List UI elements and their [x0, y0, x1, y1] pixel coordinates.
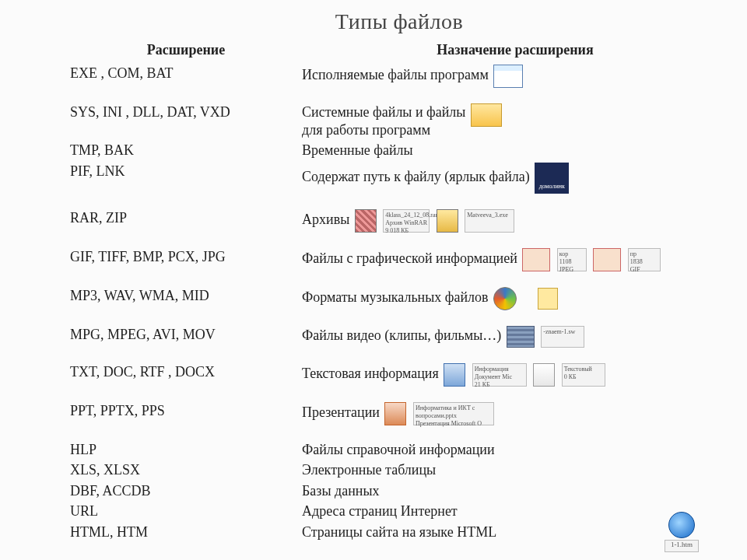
table-row: TMP, BAK Временные файлы [70, 140, 728, 161]
cell-ext: MPG, MPEG, AVI, MOV [70, 324, 302, 362]
powerpoint-icon [384, 402, 406, 425]
cell-ext: EXE , COM, BAT [70, 63, 302, 102]
system-folder-icon [471, 103, 502, 127]
cell-desc: Временные файлы [302, 140, 728, 161]
rar-icon [355, 209, 377, 233]
table-row: HLP Файлы справочной информации [70, 439, 728, 460]
desc-text: Файлы видео (клипы, фильмы…) [302, 327, 501, 343]
desc-text: Исполняемые файлы программ [302, 67, 489, 82]
cell-desc: Текстовая информация Информация Документ… [302, 362, 728, 401]
desc-text: Файлы с графической информацией [302, 250, 517, 266]
desc-text: Системные файлы и файлы для работы прогр… [302, 103, 465, 138]
powerpoint-label: Информатика и ИКТ с вопросами.pptx Презе… [413, 402, 494, 425]
cell-desc: Исполняемые файлы программ [302, 63, 728, 102]
html-file-thumb: 1-1.htm [663, 512, 700, 552]
cell-ext: URL [70, 501, 302, 522]
cell-desc: Электронные таблицы [302, 460, 728, 481]
desc-text: Содержат путь к файлу (ярлык файла) [302, 169, 530, 184]
desc-text: Презентации [302, 404, 380, 420]
table-row: HTML, HTM Страницы сайта на языке HTML [70, 522, 728, 543]
cell-desc: Файлы справочной информации [302, 439, 728, 460]
table-row: PIF, LNK Содержат путь к файлу (ярлык фа… [70, 161, 728, 208]
table-row: MP3, WAV, WMA, MID Форматы музыкальных ф… [70, 285, 728, 324]
table-row: RAR, ZIP Архивы 4klass_24_12_08.rar Архи… [70, 208, 728, 247]
cell-desc: Базы данных [302, 481, 728, 502]
table-row: TXT, DOC, RTF , DOCX Текстовая информаци… [70, 362, 728, 401]
cell-desc: Файлы видео (клипы, фильмы…) -znaem-1.sw [302, 324, 728, 362]
table-row: GIF, TIFF, BMP, PCX, JPG Файлы с графиче… [70, 247, 728, 285]
audio-file-icon [538, 288, 558, 310]
cell-desc: Архивы 4klass_24_12_08.rar Архив WinRAR … [302, 208, 728, 247]
cell-ext: TMP, BAK [70, 140, 302, 161]
word-doc-icon [444, 363, 465, 387]
rar-label: 4klass_24_12_08.rar Архив WinRAR 9 018 К… [383, 209, 430, 233]
image-file-icon [593, 248, 621, 271]
cell-ext: HLP [70, 439, 302, 460]
col-header-extension: Расширение [70, 40, 302, 63]
cell-desc: Файлы с графической информацией кор 1108… [302, 247, 728, 285]
table-row: EXE , COM, BAT Исполняемые файлы програм… [70, 63, 728, 102]
col-header-description: Назначение расширения [302, 40, 728, 63]
zip-icon [437, 209, 458, 233]
zip-label: Matveeva_3.exe [465, 209, 514, 233]
table-row: MPG, MPEG, AVI, MOV Файлы видео (клипы, … [70, 324, 728, 362]
image-file-label: кор 1108 JPEG [557, 248, 587, 271]
cell-ext: XLS, XLSX [70, 460, 302, 481]
desc-text: Текстовая информация [302, 366, 439, 381]
cell-ext: GIF, TIFF, BMP, PCX, JPG [70, 247, 302, 285]
desc-text: Форматы музыкальных файлов [302, 289, 489, 305]
text-file-icon [533, 363, 555, 387]
file-types-table: Расширение Назначение расширения EXE , C… [70, 40, 728, 542]
cell-ext: MP3, WAV, WMA, MID [70, 285, 302, 324]
text-file-label: Текстовый 0 КБ [562, 363, 605, 387]
program-window-icon [493, 65, 523, 88]
cell-ext: PPT, PPTX, PPS [70, 401, 302, 439]
desc-text: Архивы [302, 212, 349, 227]
table-header-row: Расширение Назначение расширения [70, 40, 728, 63]
cell-ext: HTML, HTM [70, 522, 302, 543]
video-file-icon [507, 326, 535, 348]
video-file-label: -znaem-1.sw [541, 326, 584, 348]
shortcut-icon: домолинк [535, 163, 569, 194]
table-row: URL Адреса страниц Интернет [70, 501, 728, 522]
table-row: DBF, ACCDB Базы данных [70, 481, 728, 502]
cell-ext: PIF, LNK [70, 161, 302, 208]
page-title: Типы файлов [70, 9, 728, 34]
cell-desc: Содержат путь к файлу (ярлык файла) домо… [302, 161, 728, 208]
html-file-label: 1-1.htm [665, 540, 699, 552]
cell-ext: DBF, ACCDB [70, 481, 302, 502]
cell-ext: RAR, ZIP [70, 208, 302, 247]
table-row: XLS, XLSX Электронные таблицы [70, 460, 728, 481]
cell-desc: Презентации Информатика и ИКТ с вопросам… [302, 401, 728, 439]
image-file-icon [522, 248, 550, 271]
internet-explorer-icon [668, 512, 695, 538]
table-row: SYS, INI , DLL, DAT, VXD Системные файлы… [70, 102, 728, 140]
cell-desc: Форматы музыкальных файлов [302, 285, 728, 324]
media-player-icon [493, 287, 517, 310]
slide: Типы файлов Расширение Назначение расшир… [0, 0, 747, 558]
table-row: PPT, PPTX, PPS Презентации Информатика и… [70, 401, 728, 439]
image-file-label: пр 1838 GIF [628, 248, 661, 271]
cell-ext: SYS, INI , DLL, DAT, VXD [70, 102, 302, 140]
cell-ext: TXT, DOC, RTF , DOCX [70, 362, 302, 401]
cell-desc: Системные файлы и файлы для работы прогр… [302, 102, 728, 140]
word-doc-label: Информация Документ Mic 21 КБ [472, 363, 527, 387]
